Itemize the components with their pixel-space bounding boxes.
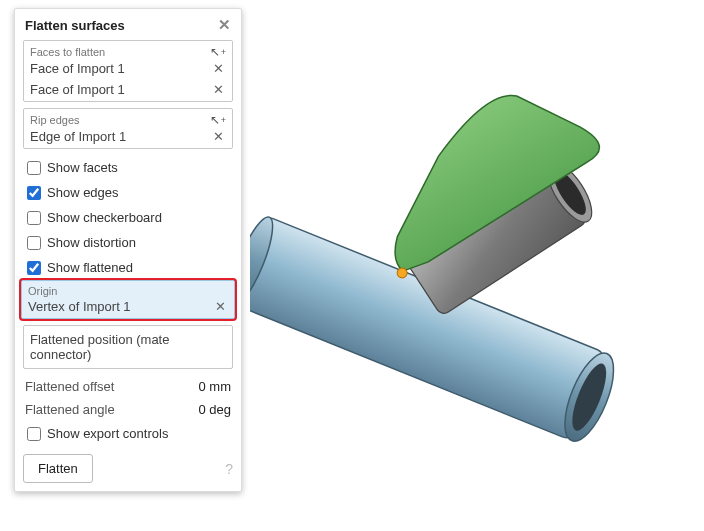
select-cursor-icon[interactable]: ↖+ — [210, 113, 226, 127]
rip-edges-field[interactable]: Rip edges ↖+ Edge of Import 1 ✕ — [23, 108, 233, 149]
rip-label: Rip edges — [30, 114, 80, 126]
angle-label: Flattened angle — [25, 402, 115, 417]
flattened-offset-row[interactable]: Flattened offset 0 mm — [23, 375, 233, 398]
model-view — [250, 0, 704, 531]
checkbox[interactable] — [27, 186, 41, 200]
check-label: Show flattened — [47, 260, 133, 275]
show-export-controls-check[interactable]: Show export controls — [23, 421, 233, 446]
mate-connector-field[interactable]: Flattened position (mate connector) — [23, 325, 233, 369]
remove-icon[interactable]: ✕ — [211, 61, 226, 76]
check-label: Show edges — [47, 185, 119, 200]
origin-label: Origin — [28, 285, 57, 297]
rip-item-label: Edge of Import 1 — [30, 129, 126, 144]
check-label: Show distortion — [47, 235, 136, 250]
checkbox[interactable] — [27, 261, 41, 275]
checkbox[interactable] — [27, 161, 41, 175]
check-label: Show checkerboard — [47, 210, 162, 225]
flatten-surfaces-panel: Flatten surfaces ✕ Faces to flatten ↖+ F… — [14, 8, 242, 492]
checkbox[interactable] — [27, 211, 41, 225]
rip-item[interactable]: Edge of Import 1 ✕ — [24, 127, 232, 148]
remove-icon[interactable]: ✕ — [211, 82, 226, 97]
check-label: Show export controls — [47, 426, 168, 441]
offset-value[interactable]: 0 mm — [171, 379, 231, 394]
checkbox[interactable] — [27, 236, 41, 250]
show-flattened-check[interactable]: Show flattened — [23, 255, 233, 280]
face-item[interactable]: Face of Import 1 ✕ — [24, 59, 232, 80]
faces-label: Faces to flatten — [30, 46, 105, 58]
check-label: Show facets — [47, 160, 118, 175]
panel-header: Flatten surfaces ✕ — [15, 9, 241, 40]
faces-to-flatten-field[interactable]: Faces to flatten ↖+ Face of Import 1 ✕ F… — [23, 40, 233, 102]
face-item-label: Face of Import 1 — [30, 82, 125, 97]
face-item-label: Face of Import 1 — [30, 61, 125, 76]
show-distortion-check[interactable]: Show distortion — [23, 230, 233, 255]
show-checkerboard-check[interactable]: Show checkerboard — [23, 205, 233, 230]
3d-viewport[interactable] — [250, 0, 704, 531]
mate-label: Flattened position (mate connector) — [30, 332, 169, 362]
angle-value[interactable]: 0 deg — [171, 402, 231, 417]
flatten-button[interactable]: Flatten — [23, 454, 93, 483]
show-facets-check[interactable]: Show facets — [23, 155, 233, 180]
origin-field[interactable]: Origin Vertex of Import 1 ✕ — [21, 280, 235, 319]
face-item[interactable]: Face of Import 1 ✕ — [24, 80, 232, 101]
origin-value: Vertex of Import 1 — [28, 299, 131, 314]
select-cursor-icon[interactable]: ↖+ — [210, 45, 226, 59]
remove-icon[interactable]: ✕ — [213, 299, 228, 314]
offset-label: Flattened offset — [25, 379, 114, 394]
close-icon[interactable]: ✕ — [218, 16, 231, 34]
help-icon[interactable]: ? — [225, 461, 233, 477]
show-edges-check[interactable]: Show edges — [23, 180, 233, 205]
checkbox[interactable] — [27, 427, 41, 441]
panel-title: Flatten surfaces — [25, 18, 125, 33]
remove-icon[interactable]: ✕ — [211, 129, 226, 144]
flattened-angle-row[interactable]: Flattened angle 0 deg — [23, 398, 233, 421]
